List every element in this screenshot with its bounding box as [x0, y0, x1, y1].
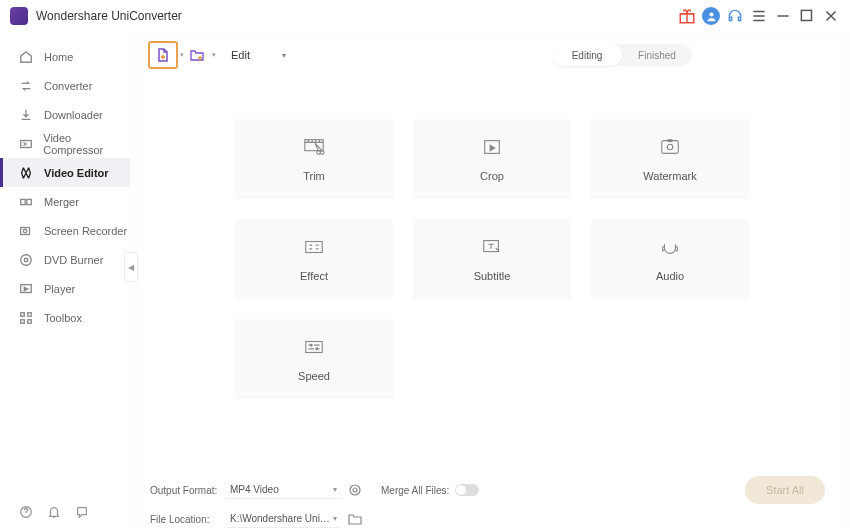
- svg-point-27: [350, 485, 360, 495]
- sidebar-item-player[interactable]: Player: [0, 274, 130, 303]
- merge-all-label: Merge All Files:: [381, 485, 449, 496]
- edit-dropdown[interactable]: Edit ▾: [231, 45, 286, 65]
- titlebar: Wondershare UniConverter: [0, 0, 850, 32]
- effect-icon: [303, 236, 325, 258]
- sidebar-item-label: DVD Burner: [44, 254, 103, 266]
- file-location-select[interactable]: K:\Wondershare UniConverter ▾: [226, 510, 341, 528]
- segment-editing[interactable]: Editing: [552, 44, 622, 66]
- footer-icons: [18, 504, 90, 520]
- svg-point-7: [23, 229, 27, 233]
- segment-finished[interactable]: Finished: [622, 44, 692, 66]
- dvd-icon: [18, 252, 34, 268]
- svg-rect-13: [21, 319, 25, 323]
- maximize-icon[interactable]: [798, 7, 816, 25]
- chevron-down-icon: ▾: [333, 514, 337, 523]
- output-format-label: Output Format:: [150, 485, 220, 496]
- file-location-value: K:\Wondershare UniConverter: [230, 513, 333, 524]
- speed-icon: [303, 336, 325, 358]
- cards-grid: Trim Crop Watermark Effect Sub: [140, 74, 840, 468]
- chevron-down-icon: ▾: [333, 485, 337, 494]
- sidebar-item-merger[interactable]: Merger: [0, 187, 130, 216]
- sidebar-item-label: Player: [44, 283, 75, 295]
- sidebar-item-toolbox[interactable]: Toolbox: [0, 303, 130, 332]
- sidebar-item-downloader[interactable]: Downloader: [0, 100, 130, 129]
- home-icon: [18, 49, 34, 65]
- card-label: Crop: [480, 170, 504, 182]
- merge-all-toggle[interactable]: [455, 484, 479, 496]
- card-watermark[interactable]: Watermark: [591, 119, 749, 199]
- svg-rect-11: [21, 312, 25, 316]
- watermark-icon: [659, 136, 681, 158]
- card-label: Watermark: [643, 170, 696, 182]
- svg-point-26: [316, 348, 318, 350]
- downloader-icon: [18, 107, 34, 123]
- editor-icon: [18, 165, 34, 181]
- card-label: Speed: [298, 370, 330, 382]
- close-icon[interactable]: [822, 7, 840, 25]
- sidebar-item-video-compressor[interactable]: Video Compressor: [0, 129, 130, 158]
- content-area: ▾ ▾ Edit ▾ Editing Finished Trim: [130, 32, 850, 528]
- open-folder-icon[interactable]: [347, 511, 363, 527]
- feedback-icon[interactable]: [74, 504, 90, 520]
- card-audio[interactable]: Audio: [591, 219, 749, 299]
- user-avatar-icon[interactable]: [702, 7, 720, 25]
- sidebar-item-label: Converter: [44, 80, 92, 92]
- card-label: Trim: [303, 170, 325, 182]
- start-all-button[interactable]: Start All: [745, 476, 825, 504]
- output-format-value: MP4 Video: [230, 484, 279, 495]
- card-label: Audio: [656, 270, 684, 282]
- svg-rect-12: [28, 312, 32, 316]
- svg-rect-24: [306, 342, 323, 353]
- svg-point-25: [310, 344, 312, 346]
- bottom-bar: Output Format: MP4 Video ▾ Merge All Fil…: [140, 468, 840, 528]
- menu-icon[interactable]: [750, 7, 768, 25]
- help-icon[interactable]: [18, 504, 34, 520]
- sidebar-item-dvd-burner[interactable]: DVD Burner: [0, 245, 130, 274]
- add-folder-button[interactable]: ▾: [186, 44, 208, 66]
- sidebar-item-screen-recorder[interactable]: Screen Recorder: [0, 216, 130, 245]
- svg-rect-22: [306, 242, 323, 253]
- settings-gear-icon[interactable]: [347, 482, 363, 498]
- svg-point-17: [320, 151, 324, 155]
- svg-rect-19: [662, 141, 679, 154]
- card-trim[interactable]: Trim: [235, 119, 393, 199]
- add-file-button[interactable]: ▾: [148, 41, 178, 69]
- sidebar-item-label: Merger: [44, 196, 79, 208]
- sidebar-item-converter[interactable]: Converter: [0, 71, 130, 100]
- svg-point-28: [353, 488, 357, 492]
- merger-icon: [18, 194, 34, 210]
- sidebar-item-home[interactable]: Home: [0, 42, 130, 71]
- card-label: Effect: [300, 270, 328, 282]
- card-subtitle[interactable]: Subtitle: [413, 219, 571, 299]
- crop-icon: [481, 136, 503, 158]
- svg-rect-2: [801, 10, 811, 20]
- headset-icon[interactable]: [726, 7, 744, 25]
- app-title: Wondershare UniConverter: [36, 9, 182, 23]
- sidebar-item-label: Screen Recorder: [44, 225, 127, 237]
- sidebar-item-label: Toolbox: [44, 312, 82, 324]
- card-speed[interactable]: Speed: [235, 319, 393, 399]
- sidebar-item-video-editor[interactable]: Video Editor: [0, 158, 130, 187]
- sidebar-item-label: Home: [44, 51, 73, 63]
- edit-dropdown-label: Edit: [231, 49, 250, 61]
- svg-point-9: [24, 258, 28, 262]
- svg-rect-4: [21, 199, 25, 204]
- svg-rect-6: [21, 227, 30, 234]
- card-crop[interactable]: Crop: [413, 119, 571, 199]
- chevron-down-icon[interactable]: ▾: [180, 51, 184, 59]
- output-format-select[interactable]: MP4 Video ▾: [226, 481, 341, 499]
- collapse-sidebar-button[interactable]: ◀: [124, 252, 138, 282]
- card-effect[interactable]: Effect: [235, 219, 393, 299]
- gift-icon[interactable]: [678, 7, 696, 25]
- sidebar: Home Converter Downloader Video Compress…: [0, 32, 130, 528]
- recorder-icon: [18, 223, 34, 239]
- file-location-label: File Location:: [150, 514, 220, 525]
- svg-point-8: [21, 254, 32, 265]
- minimize-icon[interactable]: [774, 7, 792, 25]
- bell-icon[interactable]: [46, 504, 62, 520]
- svg-point-20: [667, 144, 673, 150]
- card-label: Subtitle: [474, 270, 511, 282]
- audio-icon: [659, 236, 681, 258]
- compressor-icon: [18, 136, 33, 152]
- chevron-down-icon[interactable]: ▾: [212, 51, 216, 59]
